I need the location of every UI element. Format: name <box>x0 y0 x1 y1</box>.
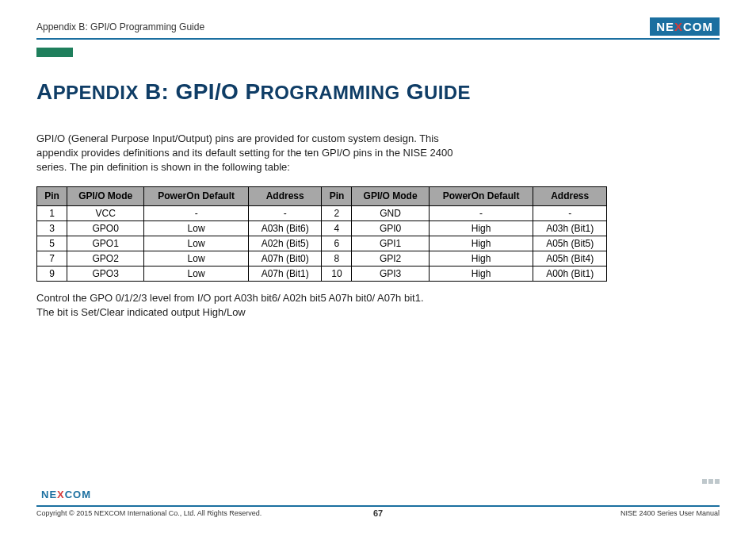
table-cell: - <box>144 206 249 221</box>
footer-brand-logo: NEXCOM <box>36 487 96 502</box>
table-cell: 4 <box>322 221 352 236</box>
table-cell: - <box>248 206 321 221</box>
table-cell: A07h (Bit0) <box>248 251 321 266</box>
th-mode-a: GPI/O Mode <box>67 186 144 206</box>
logo-part-com: COM <box>683 20 713 33</box>
table-cell: 9 <box>37 266 67 282</box>
table-row: 7GPO2LowA07h (Bit0)8GPI2HighA05h (Bit4) <box>37 251 607 266</box>
footer-logo-x: X <box>57 489 65 500</box>
table-cell: 7 <box>37 251 67 266</box>
notes: Control the GPO 0/1/2/3 level from I/O p… <box>36 291 720 319</box>
table-cell: GPO2 <box>67 251 144 266</box>
table-cell: A03h (Bit1) <box>533 221 607 236</box>
table-cell: Low <box>144 236 249 251</box>
table-cell: A02h (Bit5) <box>248 236 321 251</box>
th-address-b: Address <box>533 186 607 206</box>
page-footer: NEXCOM Copyright © 2015 NEXCOM Internati… <box>36 487 720 517</box>
footer-logo-ne: NE <box>41 489 57 500</box>
table-row: 5GPO1LowA02h (Bit5)6GPI1HighA05h (Bit5) <box>37 236 607 251</box>
th-mode-b: GPI/O Mode <box>352 186 429 206</box>
table-header-row: Pin GPI/O Mode PowerOn Default Address P… <box>37 186 607 206</box>
table-cell: GPI0 <box>352 221 429 236</box>
table-cell: GPO3 <box>67 266 144 282</box>
section-marker <box>36 48 73 57</box>
table-cell: Low <box>144 251 249 266</box>
table-cell: 10 <box>322 266 352 282</box>
page-title: APPENDIX B: GPI/O PROGRAMMING GUIDE <box>36 79 720 105</box>
table-cell: - <box>429 206 533 221</box>
table-cell: High <box>429 236 533 251</box>
table-cell: GND <box>352 206 429 221</box>
table-cell: GPO1 <box>67 236 144 251</box>
page-header: Appendix B: GPI/O Programming Guide NEXC… <box>36 17 720 36</box>
logo-part-ne: NE <box>656 20 674 33</box>
table-cell: GPI2 <box>352 251 429 266</box>
table-body: 1VCC--2GND--3GPO0LowA03h (Bit6)4GPI0High… <box>37 206 607 282</box>
th-poweron-a: PowerOn Default <box>144 186 249 206</box>
logo-part-x: X <box>674 20 683 33</box>
table-cell: 5 <box>37 236 67 251</box>
table-cell: High <box>429 266 533 282</box>
table-cell: - <box>533 206 607 221</box>
table-cell: A00h (Bit1) <box>533 266 607 282</box>
table-cell: Low <box>144 266 249 282</box>
table-cell: 1 <box>37 206 67 221</box>
table-cell: 8 <box>322 251 352 266</box>
th-poweron-b: PowerOn Default <box>429 186 533 206</box>
table-cell: GPO0 <box>67 221 144 236</box>
table-cell: High <box>429 251 533 266</box>
brand-logo: NEXCOM <box>650 17 720 36</box>
table-cell: GPI1 <box>352 236 429 251</box>
table-cell: 3 <box>37 221 67 236</box>
table-cell: High <box>429 221 533 236</box>
table-row: 1VCC--2GND-- <box>37 206 607 221</box>
table-row: 9GPO3LowA07h (Bit1)10GPI3HighA00h (Bit1) <box>37 266 607 282</box>
table-cell: A05h (Bit5) <box>533 236 607 251</box>
intro-paragraph: GPI/O (General Purpose Input/Output) pin… <box>36 132 464 175</box>
th-pin-b: Pin <box>322 186 352 206</box>
breadcrumb: Appendix B: GPI/O Programming Guide <box>36 21 204 33</box>
th-address-a: Address <box>248 186 321 206</box>
footer-logo-com: COM <box>65 489 91 500</box>
table-cell: Low <box>144 221 249 236</box>
footer-decoration <box>702 479 720 484</box>
notes-line-2: The bit is Set/Clear indicated output Hi… <box>36 305 720 320</box>
table-cell: A07h (Bit1) <box>248 266 321 282</box>
table-cell: 2 <box>322 206 352 221</box>
footer-page-number: 67 <box>36 508 720 518</box>
table-row: 3GPO0LowA03h (Bit6)4GPI0HighA03h (Bit1) <box>37 221 607 236</box>
header-rule <box>36 38 720 40</box>
footer-rule <box>36 505 720 507</box>
pin-definition-table: Pin GPI/O Mode PowerOn Default Address P… <box>36 186 607 282</box>
notes-line-1: Control the GPO 0/1/2/3 level from I/O p… <box>36 291 720 305</box>
table-cell: VCC <box>67 206 144 221</box>
table-cell: A03h (Bit6) <box>248 221 321 236</box>
table-cell: 6 <box>322 236 352 251</box>
th-pin-a: Pin <box>37 186 67 206</box>
table-cell: A05h (Bit4) <box>533 251 607 266</box>
table-cell: GPI3 <box>352 266 429 282</box>
